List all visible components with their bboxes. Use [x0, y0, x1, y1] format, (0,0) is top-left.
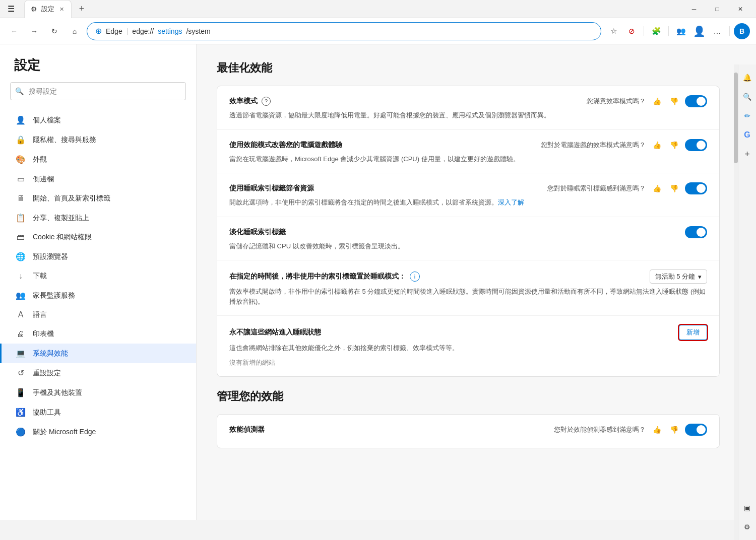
nav-icon-accessibility: ♿ [16, 408, 26, 417]
nav-label-start: 開始、首頁及新索引標籤 [33, 194, 110, 203]
extensions-icon[interactable]: 🧩 [648, 23, 664, 39]
sleeping-thumbup-btn[interactable]: 👍 [651, 182, 663, 194]
nav-label-accessibility: 協助工具 [33, 408, 61, 417]
gaming-title: 使用效能模式改善您的電腦遊戲體驗 [229, 141, 342, 150]
search-panel-icon[interactable]: 🔍 [740, 90, 754, 104]
compose-icon[interactable]: ✏ [740, 109, 754, 123]
sleeping-thumbdown-btn[interactable]: 👎 [668, 182, 680, 194]
perf-detector-question: 您對於效能偵測器感到滿意嗎？ [554, 425, 646, 434]
efficiency-toggle[interactable] [685, 95, 707, 107]
sidebar-item-language[interactable]: A語言 [0, 305, 196, 324]
sidebar-toggle-icon[interactable]: ☰ [4, 2, 18, 16]
sidebar-item-accessibility[interactable]: ♿協助工具 [0, 402, 196, 422]
fade-sleeping-toggle[interactable] [685, 226, 707, 238]
sidebar-item-privacy[interactable]: 🔒隱私權、搜尋與服務 [0, 130, 196, 150]
sleep-timer-desc: 當效率模式開啟時，非作用中的索引標籤將在 5 分鐘或更短的時間後進入睡眠狀態。實… [229, 287, 707, 306]
sleep-timer-info-icon[interactable]: i [410, 272, 420, 282]
nav-label-sidebar: 側邊欄 [33, 175, 54, 184]
nav-label-cookies: Cookie 和網站權限 [33, 233, 92, 242]
ad-block-icon[interactable]: ⊘ [623, 23, 640, 39]
more-button[interactable]: … [709, 23, 725, 39]
sidebar-item-share[interactable]: 📋分享、複製並貼上 [0, 208, 196, 228]
favorites-icon[interactable]: ☆ [605, 23, 621, 39]
nav-label-language: 語言 [33, 310, 47, 319]
toolbar-icons: ☆ ⊘ 🧩 👥 👤 … B [605, 23, 750, 39]
forward-button[interactable]: → [26, 23, 42, 39]
sleep-timer-dropdown[interactable]: 無活動 5 分鐘 ▾ [650, 269, 707, 284]
browser-content: 設定 🔍 👤個人檔案🔒隱私權、搜尋與服務🎨外觀▭側邊欄🖥開始、首頁及新索引標籤📋… [0, 44, 756, 520]
active-tab[interactable]: ⚙ 設定 ✕ [24, 0, 72, 18]
notification-icon[interactable]: 🔔 [740, 71, 754, 85]
edge-logo-icon: ⊕ [95, 26, 102, 36]
gaming-desc: 當您在玩電腦遊戲時，Microsoft Edge 會減少少其電腦資源 (CPU)… [229, 154, 707, 164]
never-sleep-row: 永不讓這些網站進入睡眠狀態 新增 這也會將網站排除在其他效能優化之外，例如捨棄的… [217, 316, 719, 376]
sidebar-item-phone[interactable]: 📱手機及其他裝置 [0, 383, 196, 402]
perf-thumbdown-btn[interactable]: 👎 [668, 424, 680, 436]
gaming-thumbdown-btn[interactable]: 👎 [668, 139, 680, 151]
settings-title: 設定 [0, 56, 196, 82]
sidebar-item-about[interactable]: 🔵關於 Microsoft Edge [0, 422, 196, 442]
profile-icon[interactable]: 👤 [691, 23, 707, 39]
new-tab-button[interactable]: + [74, 1, 90, 17]
gaming-thumbup-btn[interactable]: 👍 [651, 139, 663, 151]
google-icon[interactable]: G [740, 128, 754, 142]
sidebar-item-system[interactable]: 💻系統與效能 [0, 344, 196, 363]
copilot-icon[interactable]: 👥 [673, 23, 689, 39]
sleep-timer-row: 在指定的時間後，將非使用中的索引標籤置於睡眠模式： i 無活動 5 分鐘 ▾ 當… [217, 260, 719, 316]
search-icon: 🔍 [15, 87, 24, 95]
address-input[interactable]: ⊕ Edge | edge://settings/system [87, 22, 601, 40]
add-panel-icon[interactable]: + [740, 147, 754, 161]
minimize-button[interactable]: ─ [682, 0, 706, 18]
perf-thumbup-btn[interactable]: 👍 [651, 424, 663, 436]
layout-icon[interactable]: ▣ [740, 501, 754, 515]
management-card: 效能偵測器 您對於效能偵測器感到滿意嗎？ 👍 👎 [217, 414, 720, 448]
close-button[interactable]: ✕ [729, 0, 752, 18]
gaming-toggle[interactable] [685, 139, 707, 151]
nav-icon-language: A [16, 310, 26, 319]
sidebar-item-sidebar[interactable]: ▭側邊欄 [0, 169, 196, 189]
tab-settings-icon: ⚙ [31, 5, 37, 13]
sidebar-item-reset[interactable]: ↺重設設定 [0, 363, 196, 383]
sidebar-item-cookies[interactable]: 🗃Cookie 和網站權限 [0, 228, 196, 247]
scrollbar-track[interactable] [734, 64, 738, 540]
add-site-button[interactable]: 新增 [679, 325, 707, 340]
nav-label-privacy: 隱私權、搜尋與服務 [33, 136, 96, 145]
toolbar-divider2 [668, 26, 669, 36]
nav-label-reset: 重設設定 [33, 369, 61, 378]
nav-icon-sidebar: ▭ [16, 174, 26, 184]
maximize-button[interactable]: □ [706, 0, 729, 18]
refresh-button[interactable]: ↻ [46, 23, 62, 39]
settings-content: 最佳化效能 效率模式 ? 您滿意效率模式嗎？ 👍 👎 透過節省電腦資 [197, 44, 740, 520]
tab-close-btn[interactable]: ✕ [58, 5, 65, 14]
sleeping-tabs-toggle[interactable] [685, 182, 707, 194]
sidebar-item-default-browser[interactable]: 🌐預設瀏覽器 [0, 247, 196, 266]
never-sleep-desc: 這也會將網站排除在其他效能優化之外，例如捨棄的索引標籤、效率模式等等。 [229, 343, 707, 353]
nav-icon-reset: ↺ [16, 368, 26, 378]
efficiency-thumbup-btn[interactable]: 👍 [651, 95, 663, 107]
address-protocol: edge:// [132, 27, 154, 35]
settings-search-input[interactable] [10, 82, 186, 100]
sidebar-item-start[interactable]: 🖥開始、首頁及新索引標籤 [0, 189, 196, 208]
sidebar-item-profile[interactable]: 👤個人檔案 [0, 110, 196, 130]
efficiency-thumbdown-btn[interactable]: 👎 [668, 95, 680, 107]
scrollbar-thumb[interactable] [734, 73, 738, 163]
nav-label-appearance: 外觀 [33, 155, 47, 164]
home-button[interactable]: ⌂ [67, 23, 83, 39]
sidebar-item-printer[interactable]: 🖨印表機 [0, 324, 196, 344]
nav-icon-family: 👥 [16, 291, 26, 300]
sleeping-tabs-link[interactable]: 深入了解 [498, 198, 524, 206]
panel-settings-icon[interactable]: ⚙ [740, 520, 754, 534]
title-bar: ☰ ⚙ 設定 ✕ + ─ □ ✕ [0, 0, 756, 18]
sidebar-item-appearance[interactable]: 🎨外觀 [0, 150, 196, 169]
perf-detector-toggle[interactable] [685, 424, 707, 436]
toolbar-divider [644, 26, 644, 36]
nav-label-printer: 印表機 [33, 329, 54, 339]
efficiency-help-icon[interactable]: ? [262, 97, 271, 106]
back-button[interactable]: ← [6, 23, 22, 39]
nav-icon-system: 💻 [16, 349, 26, 358]
sidebar-item-family[interactable]: 👥家長監護服務 [0, 286, 196, 305]
sidebar-item-downloads[interactable]: ↓下載 [0, 266, 196, 286]
bing-button[interactable]: B [734, 23, 750, 39]
nav-icon-share: 📋 [16, 213, 26, 223]
nav-label-default-browser: 預設瀏覽器 [33, 252, 68, 261]
